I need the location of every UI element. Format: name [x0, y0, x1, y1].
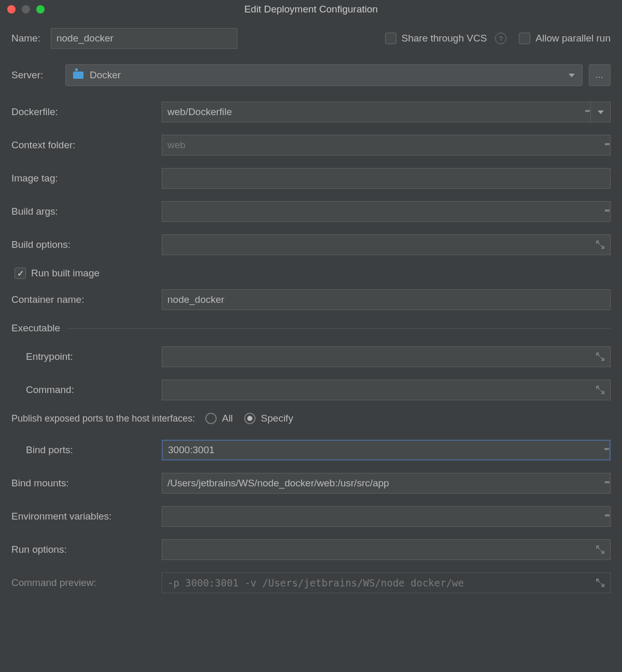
run-options-input[interactable]: [162, 539, 611, 560]
bind-mounts-label: Bind mounts:: [11, 478, 162, 489]
container-name-input[interactable]: [162, 289, 611, 310]
name-input[interactable]: [51, 28, 237, 49]
expand-icon[interactable]: [596, 578, 605, 587]
ports-all-radio[interactable]: [205, 413, 217, 424]
server-label: Server:: [11, 69, 59, 81]
share-vcs-label: Share through VCS: [402, 33, 487, 44]
dockerfile-dropdown-button[interactable]: [590, 102, 610, 122]
chevron-down-icon: [598, 110, 604, 114]
ports-specify-radio[interactable]: [244, 413, 256, 424]
env-vars-input[interactable]: [162, 506, 611, 527]
allow-parallel-checkbox[interactable]: [519, 33, 530, 44]
executable-section-label: Executable: [11, 323, 60, 334]
expand-icon[interactable]: [596, 352, 605, 361]
publish-ports-label: Publish exposed ports to the host interf…: [11, 413, 195, 424]
context-folder-label: Context folder:: [11, 139, 162, 151]
docker-icon: [73, 72, 83, 79]
server-select[interactable]: Docker: [65, 64, 583, 86]
build-args-label: Build args:: [11, 206, 162, 217]
server-browse-button[interactable]: …: [589, 64, 611, 86]
command-preview-field: [162, 572, 611, 593]
titlebar: Edit Deployment Configuration: [0, 0, 622, 19]
run-built-image-label: Run built image: [31, 268, 100, 279]
divider: [67, 328, 611, 329]
container-name-label: Container name:: [11, 294, 162, 305]
image-tag-input[interactable]: [162, 168, 611, 189]
command-preview-label: Command preview:: [11, 577, 162, 589]
expand-icon[interactable]: [596, 545, 605, 554]
ports-specify-label: Specify: [261, 413, 293, 424]
build-options-label: Build options:: [11, 239, 162, 250]
ports-all-label: All: [222, 413, 233, 424]
run-options-label: Run options:: [11, 544, 162, 555]
image-tag-label: Image tag:: [11, 173, 162, 184]
name-label: Name:: [11, 33, 40, 44]
bind-ports-label: Bind ports:: [11, 444, 162, 456]
entrypoint-label: Entrypoint:: [11, 351, 162, 362]
bind-ports-input[interactable]: [162, 440, 611, 460]
build-args-input[interactable]: [162, 201, 611, 222]
share-vcs-checkbox[interactable]: [385, 33, 397, 44]
dockerfile-input[interactable]: [162, 102, 611, 122]
context-folder-input[interactable]: [162, 135, 611, 156]
run-built-image-checkbox[interactable]: [15, 268, 26, 279]
dockerfile-label: Dockerfile:: [11, 106, 162, 118]
build-options-input[interactable]: [162, 234, 611, 255]
bind-mounts-input[interactable]: [162, 473, 611, 494]
command-label: Command:: [11, 384, 162, 396]
chevron-down-icon: [569, 74, 575, 77]
expand-icon[interactable]: [596, 240, 605, 249]
expand-icon[interactable]: [596, 385, 605, 395]
command-input[interactable]: [162, 380, 611, 400]
entrypoint-input[interactable]: [162, 346, 611, 367]
window-title: Edit Deployment Configuration: [0, 4, 622, 15]
env-vars-label: Environment variables:: [11, 511, 162, 522]
help-icon[interactable]: ?: [495, 33, 506, 44]
allow-parallel-label: Allow parallel run: [535, 33, 611, 44]
server-value: Docker: [90, 69, 121, 81]
